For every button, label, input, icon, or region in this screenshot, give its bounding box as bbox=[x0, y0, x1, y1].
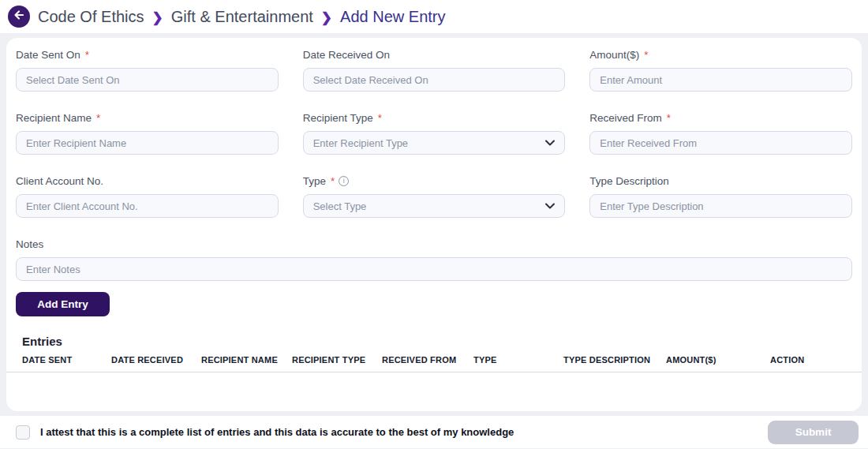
field-date-sent-on: Date Sent On* bbox=[16, 49, 279, 92]
label-text: Type Description bbox=[589, 175, 669, 187]
column-header-type: TYPE bbox=[473, 355, 563, 365]
select-placeholder: Select Type bbox=[313, 200, 367, 212]
breadcrumb-item-add-new-entry: Add New Entry bbox=[340, 8, 445, 26]
breadcrumb-item-gift-entertainment[interactable]: Gift & Entertainment bbox=[171, 8, 313, 26]
recipient-name-input[interactable] bbox=[16, 131, 279, 155]
label-text: Notes bbox=[16, 238, 43, 250]
label-text: Client Account No. bbox=[16, 175, 103, 187]
label-text: Date Sent On bbox=[16, 49, 80, 61]
field-label: Recipient Type* bbox=[303, 112, 566, 124]
required-asterisk: * bbox=[96, 112, 100, 124]
field-amount: Amount($)* bbox=[589, 49, 852, 92]
received-from-input[interactable] bbox=[589, 131, 852, 155]
client-account-no-input[interactable] bbox=[16, 194, 279, 218]
field-label: Client Account No. bbox=[16, 175, 279, 187]
recipient-type-select[interactable]: Enter Recipient Type bbox=[303, 131, 566, 155]
label-text: Recipient Type bbox=[303, 112, 373, 124]
entries-heading: Entries bbox=[16, 335, 852, 348]
submit-button[interactable]: Submit bbox=[768, 421, 859, 444]
entries-table-body bbox=[16, 372, 852, 420]
column-header-recipient-type: RECIPIENT TYPE bbox=[292, 355, 382, 365]
select-placeholder: Enter Recipient Type bbox=[313, 137, 408, 149]
breadcrumb: Code Of Ethics ❯ Gift & Entertainment ❯ … bbox=[38, 8, 445, 26]
column-header-recipient-name: RECIPIENT NAME bbox=[201, 355, 292, 365]
label-text: Date Received On bbox=[303, 49, 390, 61]
field-label: Type Description bbox=[589, 175, 852, 187]
chevron-right-icon: ❯ bbox=[152, 9, 163, 26]
info-icon[interactable]: i bbox=[339, 176, 349, 186]
field-label: Recipient Name* bbox=[16, 112, 279, 124]
label-text: Recipient Name bbox=[16, 112, 92, 124]
column-header-received-from: RECEIVED FROM bbox=[382, 355, 473, 365]
attestation-footer: I attest that this is a complete list of… bbox=[0, 416, 868, 448]
breadcrumb-item-code-of-ethics[interactable]: Code Of Ethics bbox=[38, 8, 144, 26]
amount-input[interactable] bbox=[589, 68, 852, 92]
breadcrumb-bar: Code Of Ethics ❯ Gift & Entertainment ❯ … bbox=[0, 0, 868, 33]
label-text: Received From bbox=[589, 112, 662, 124]
field-label: Amount($)* bbox=[589, 49, 852, 61]
label-text: Amount($) bbox=[589, 49, 639, 61]
field-received-from: Received From* bbox=[589, 112, 852, 155]
date-received-on-input[interactable] bbox=[303, 68, 566, 92]
column-header-action: ACTION bbox=[770, 355, 852, 365]
label-text: Type bbox=[303, 175, 326, 187]
back-button[interactable] bbox=[8, 6, 30, 28]
add-entry-button[interactable]: Add Entry bbox=[16, 292, 110, 316]
type-select[interactable]: Select Type bbox=[303, 194, 566, 218]
form-grid: Date Sent On* Date Received On Amount($)… bbox=[16, 49, 852, 218]
back-arrow-icon bbox=[13, 9, 25, 24]
attest-label: I attest that this is a complete list of… bbox=[40, 426, 514, 438]
attest-checkbox[interactable] bbox=[16, 425, 30, 440]
field-label: Date Sent On* bbox=[16, 49, 279, 61]
field-type: Type* i Select Type bbox=[303, 175, 566, 218]
field-recipient-name: Recipient Name* bbox=[16, 112, 279, 155]
field-label: Date Received On bbox=[303, 49, 566, 61]
field-label: Notes bbox=[16, 238, 852, 250]
type-description-input[interactable] bbox=[589, 194, 852, 218]
required-asterisk: * bbox=[667, 112, 671, 124]
field-label: Received From* bbox=[589, 112, 852, 124]
field-client-account-no: Client Account No. bbox=[16, 175, 279, 218]
required-asterisk: * bbox=[644, 49, 648, 61]
chevron-right-icon: ❯ bbox=[321, 9, 332, 26]
chevron-down-icon bbox=[545, 140, 555, 146]
required-asterisk: * bbox=[85, 49, 89, 61]
chevron-down-icon bbox=[545, 203, 555, 209]
column-header-date-received: DATE RECEIVED bbox=[111, 355, 201, 365]
required-asterisk: * bbox=[331, 175, 335, 187]
column-header-amount: AMOUNT($) bbox=[666, 355, 770, 365]
field-type-description: Type Description bbox=[589, 175, 852, 218]
notes-input[interactable] bbox=[16, 257, 852, 281]
field-notes: Notes bbox=[16, 238, 852, 281]
add-entry-form-card: Date Sent On* Date Received On Amount($)… bbox=[6, 38, 862, 411]
date-sent-on-input[interactable] bbox=[16, 68, 279, 92]
field-label: Type* i bbox=[303, 175, 566, 187]
required-asterisk: * bbox=[378, 112, 382, 124]
column-header-type-description: TYPE DESCRIPTION bbox=[563, 355, 666, 365]
entries-table-header: DATE SENT DATE RECEIVED RECIPIENT NAME R… bbox=[16, 355, 852, 365]
column-header-date-sent: DATE SENT bbox=[22, 355, 111, 365]
field-date-received-on: Date Received On bbox=[303, 49, 566, 92]
field-recipient-type: Recipient Type* Enter Recipient Type bbox=[303, 112, 566, 155]
